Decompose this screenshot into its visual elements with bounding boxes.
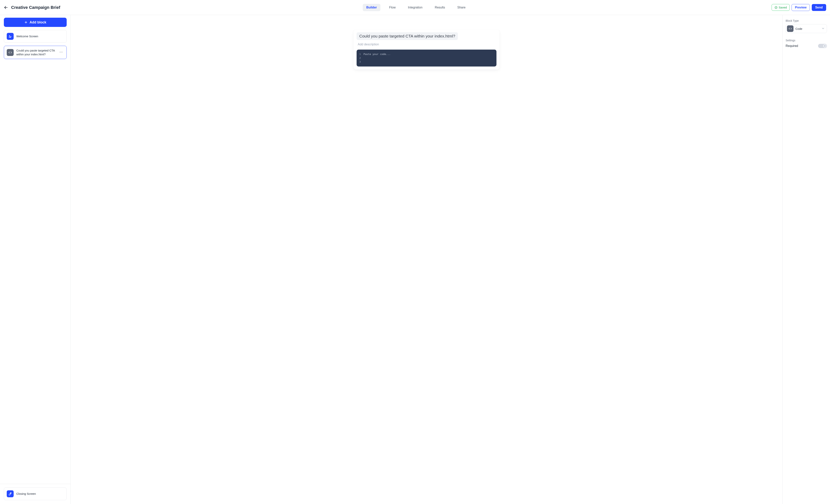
tab-flow[interactable]: Flow xyxy=(386,4,399,11)
sidebar-block-code-question[interactable]: Could you paste targeted CTA within your… xyxy=(4,46,67,59)
check-circle-icon xyxy=(774,6,777,9)
header-tabs: Builder Flow Integration Results Share xyxy=(64,4,768,11)
code-editor[interactable]: 1 2 3 Paste your code... xyxy=(357,50,497,66)
add-block-button[interactable]: Add block xyxy=(4,18,67,27)
block-type-heading: Block Type xyxy=(786,19,827,22)
block-more-button[interactable] xyxy=(58,50,64,55)
sidebar-top: Add block Welcome Screen Could you paste… xyxy=(0,15,70,484)
question-description-input[interactable]: Add description xyxy=(357,43,497,46)
svg-point-6 xyxy=(61,52,62,53)
tab-share[interactable]: Share xyxy=(454,4,469,11)
saved-label: Saved xyxy=(779,6,787,9)
more-horizontal-icon xyxy=(59,50,63,54)
document-title: Creative Campaign Brief xyxy=(11,5,60,10)
svg-point-4 xyxy=(9,35,10,36)
saved-status: Saved xyxy=(772,4,790,11)
svg-point-5 xyxy=(60,52,60,53)
question-card: Could you paste targeted CTA within your… xyxy=(353,30,500,70)
sidebar-block-welcome[interactable]: Welcome Screen xyxy=(4,30,67,43)
chevron-down-icon xyxy=(821,27,825,31)
right-panel: Block Type Code Settings Required xyxy=(783,15,830,504)
back-arrow-button[interactable] xyxy=(4,5,8,10)
sidebar-bottom: Closing Screen xyxy=(0,484,70,504)
add-block-label: Add block xyxy=(30,20,46,24)
sidebar-block-label: Could you paste targeted CTA within your… xyxy=(16,49,56,56)
tab-builder[interactable]: Builder xyxy=(363,4,380,11)
tab-results[interactable]: Results xyxy=(431,4,448,11)
sidebar-block-label: Closing Screen xyxy=(16,492,36,496)
question-title-input[interactable]: Could you paste targeted CTA within your… xyxy=(357,32,458,40)
toggle-knob xyxy=(823,44,827,48)
required-label: Required xyxy=(786,44,798,48)
block-type-select[interactable]: Code xyxy=(786,24,827,33)
sidebar: Add block Welcome Screen Could you paste… xyxy=(0,15,71,504)
settings-heading: Settings xyxy=(786,39,827,42)
header-left: Creative Campaign Brief xyxy=(4,5,60,10)
arrow-left-icon xyxy=(4,5,8,10)
code-icon xyxy=(7,49,13,56)
code-icon xyxy=(787,25,794,32)
sidebar-block-closing[interactable]: Closing Screen xyxy=(4,487,67,500)
header-right: Saved Preview Send xyxy=(772,4,826,11)
welcome-screen-icon xyxy=(7,33,13,40)
line-number: 3 xyxy=(359,60,361,64)
header-bar: Creative Campaign Brief Builder Flow Int… xyxy=(0,0,830,15)
required-toggle[interactable] xyxy=(818,44,827,48)
main-layout: Add block Welcome Screen Could you paste… xyxy=(0,15,830,504)
code-line-gutter: 1 2 3 xyxy=(359,52,363,64)
line-number: 2 xyxy=(359,56,361,60)
block-type-value: Code xyxy=(795,27,802,30)
send-button[interactable]: Send xyxy=(812,4,826,11)
plus-icon xyxy=(24,21,28,24)
svg-point-1 xyxy=(775,6,777,9)
x-icon xyxy=(824,45,826,47)
code-placeholder: Paste your code... xyxy=(363,52,391,64)
svg-point-7 xyxy=(62,52,63,53)
sidebar-block-label: Welcome Screen xyxy=(16,34,38,38)
line-number: 1 xyxy=(359,52,361,56)
canvas-area: Could you paste targeted CTA within your… xyxy=(71,15,783,504)
tab-integration[interactable]: Integration xyxy=(405,4,426,11)
preview-button[interactable]: Preview xyxy=(792,4,810,11)
wave-icon xyxy=(7,490,13,497)
required-setting-row: Required xyxy=(786,44,827,48)
